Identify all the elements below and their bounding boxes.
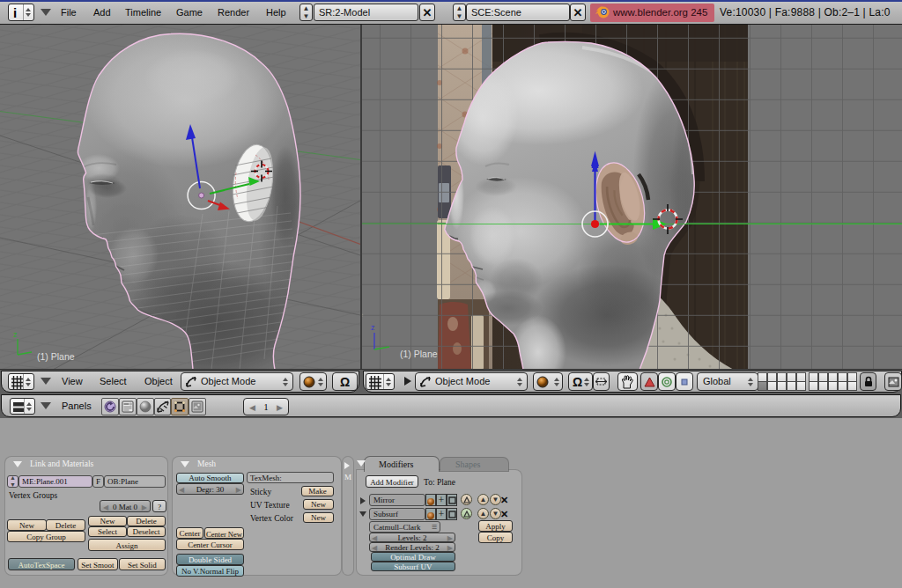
svg-text:(1) Plane: (1) Plane: [400, 349, 438, 359]
svg-text:z: z: [371, 323, 375, 332]
svg-text:z: z: [13, 330, 18, 339]
svg-text:(1) Plane: (1) Plane: [37, 351, 75, 362]
